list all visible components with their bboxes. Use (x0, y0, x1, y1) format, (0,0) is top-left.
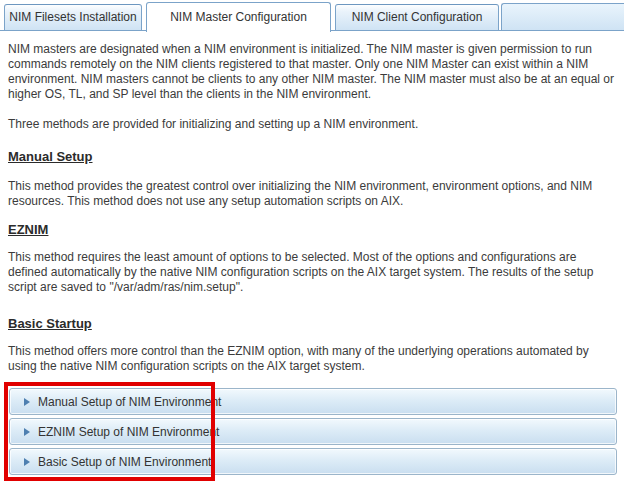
section-body-manual-setup: This method provides the greatest contro… (8, 179, 617, 209)
section-heading-eznim: EZNIM (8, 222, 617, 237)
expand-arrow-icon (24, 398, 30, 406)
accordion-label: EZNIM Setup of NIM Environment (38, 425, 219, 439)
tabstrip-filler (501, 3, 624, 31)
expand-arrow-icon (24, 428, 30, 436)
tab-nim-client-configuration[interactable]: NIM Client Configuration (335, 4, 499, 30)
intro-paragraph: NIM masters are designated when a NIM en… (8, 42, 617, 102)
expand-arrow-icon (24, 458, 30, 466)
tab-panel-nim-master-configuration: NIM masters are designated when a NIM en… (8, 32, 617, 374)
accordion-eznim-setup-button[interactable]: EZNIM Setup of NIM Environment (9, 418, 617, 445)
section-heading-manual-setup: Manual Setup (8, 149, 617, 164)
methods-paragraph: Three methods are provided for initializ… (8, 117, 617, 132)
section-heading-basic-startup: Basic Startup (8, 316, 617, 331)
tab-nim-filesets-installation[interactable]: NIM Filesets Installation (4, 4, 142, 30)
accordion-basic-setup-button[interactable]: Basic Setup of NIM Environment (9, 448, 617, 475)
accordion-label: Manual Setup of NIM Environment (38, 395, 221, 409)
section-body-eznim: This method requires the least amount of… (8, 250, 617, 295)
accordion-label: Basic Setup of NIM Environment (38, 455, 211, 469)
tab-nim-master-configuration[interactable]: NIM Master Configuration (146, 2, 331, 32)
accordion-manual-setup-button[interactable]: Manual Setup of NIM Environment (9, 388, 617, 415)
accordion-group: Manual Setup of NIM Environment EZNIM Se… (9, 388, 617, 478)
tab-strip: NIM Filesets Installation NIM Master Con… (0, 0, 624, 32)
section-body-basic-startup: This method offers more control than the… (8, 344, 617, 374)
